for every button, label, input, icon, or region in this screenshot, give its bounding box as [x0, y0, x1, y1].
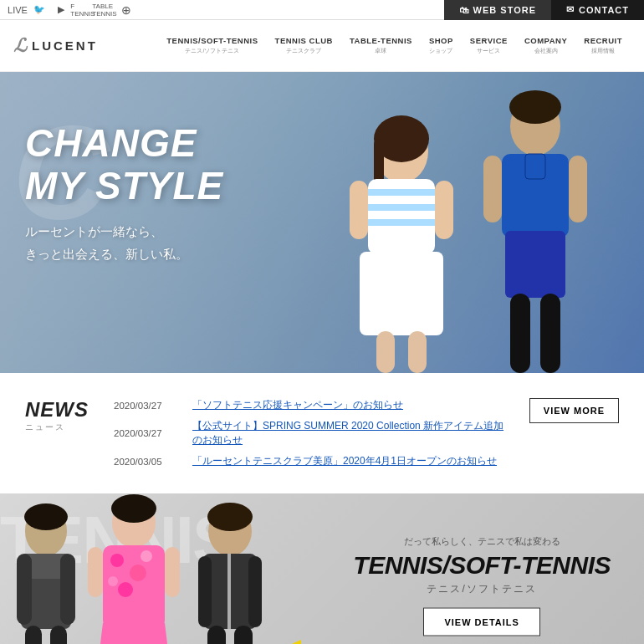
- svg-point-35: [141, 550, 152, 562]
- nav-item-main: COMPANY: [524, 36, 567, 45]
- news-section: NEWS ニュース 2020/03/27 「ソフトテニス応援キャンペーン」のお知…: [0, 373, 644, 493]
- news-date-3: 2020/03/05: [114, 457, 181, 467]
- svg-point-32: [110, 554, 124, 567]
- nav-item-sub: テニスクラブ: [286, 47, 321, 55]
- nav-item-sub: ショップ: [429, 47, 452, 55]
- svg-rect-28: [50, 626, 67, 644]
- svg-rect-10: [376, 331, 395, 373]
- hero-figure-man: [468, 89, 602, 373]
- tennis-viewdetails-button[interactable]: VIEW DETAILS: [423, 608, 539, 636]
- news-items: 2020/03/27 「ソフトテニス応援キャンペーン」のお知らせ 2020/03…: [114, 398, 504, 468]
- nav-item-sub: 卓球: [375, 47, 386, 55]
- svg-rect-8: [350, 181, 368, 239]
- hero-subtitle-line2: きっと出会える、新しい私。: [25, 243, 223, 265]
- news-item: 2020/03/05 「ルーセントテニスクラブ美原」2020年4月1日オープンの…: [114, 454, 504, 468]
- nav-item-sub: 会社案内: [534, 47, 558, 55]
- nav-item-company[interactable]: COMPANY 会社案内: [516, 36, 575, 55]
- nav-item-recruit[interactable]: RECRUIT 採用情報: [575, 36, 631, 55]
- nav-item-main: TABLE-TENNIS: [350, 36, 412, 45]
- news-viewmore: VIEW MORE: [529, 398, 619, 423]
- twitter-icon[interactable]: 🐦: [32, 3, 47, 18]
- svg-rect-44: [248, 556, 262, 627]
- news-label: NEWS ニュース: [25, 398, 89, 433]
- news-link-2[interactable]: 【公式サイト】SPRING SUMMER 2020 Collection 新作ア…: [192, 419, 504, 447]
- viewmore-button[interactable]: VIEW MORE: [529, 398, 619, 423]
- tennis-section: TENNIS: [0, 493, 644, 644]
- svg-rect-4: [368, 189, 435, 196]
- webstore-button[interactable]: 🛍 WEB STORE: [444, 0, 551, 20]
- svg-point-30: [111, 494, 156, 523]
- top-bar-right: 🛍 WEB STORE ✉ CONTACT: [444, 0, 644, 20]
- news-date-2: 2020/03/27: [114, 428, 181, 438]
- hero-subtitle-line1: ルーセントが一緒なら、: [25, 220, 223, 243]
- svg-rect-5: [368, 204, 435, 211]
- tennis-figure-1: [0, 502, 92, 644]
- nav-item-sub: テニス/ソフトテニス: [185, 47, 239, 55]
- svg-rect-43: [198, 556, 212, 627]
- contact-button[interactable]: ✉ CONTACT: [551, 0, 644, 20]
- hero-figure-woman: [326, 114, 477, 373]
- svg-marker-47: [217, 640, 301, 644]
- svg-rect-16: [505, 231, 565, 298]
- svg-rect-17: [483, 156, 502, 222]
- nav-item-main: RECRUIT: [584, 36, 622, 45]
- nav-item-main: TENNIS CLUB: [275, 36, 333, 45]
- nav-item-service[interactable]: SERVICE サービス: [462, 36, 516, 55]
- nav-item-tennis-club[interactable]: TENNIS CLUB テニスクラブ: [267, 36, 341, 55]
- hero-title-line1: CHANGE: [25, 122, 223, 165]
- svg-rect-6: [368, 219, 435, 226]
- live-icon[interactable]: LIVE: [10, 3, 25, 18]
- news-link-3[interactable]: 「ルーセントテニスクラブ美原」2020年4月1日オープンのお知らせ: [192, 454, 497, 468]
- svg-rect-25: [17, 554, 32, 625]
- hero-text: CHANGE MY STYLE ルーセントが一緒なら、 きっと出会える、新しい私…: [25, 122, 223, 265]
- tennis-title-main: TENNIS/SOFT-TENNIS: [353, 551, 611, 579]
- news-label-sub: ニュース: [25, 422, 89, 433]
- nav-items: TENNIS/SOFT-TENNIS テニス/ソフトテニス TENNIS CLU…: [122, 36, 631, 55]
- svg-rect-19: [510, 294, 530, 373]
- svg-rect-20: [540, 294, 560, 373]
- logo-name: LUCENT: [32, 38, 98, 53]
- nav-item-main: TENNIS/SOFT-TENNIS: [166, 36, 258, 45]
- svg-rect-42: [227, 554, 231, 629]
- svg-point-13: [509, 90, 561, 124]
- top-bar: LIVE 🐦 ▶ FTENNIS TABLETENNIS ⊕ 🛍 WEB STO…: [0, 0, 644, 20]
- logo[interactable]: ℒ LUCENT: [13, 35, 122, 57]
- tennis-content: だって私らしく、テニスで私は変わる TENNIS/SOFT-TENNIS テニス…: [353, 535, 611, 636]
- hero-subtitle: ルーセントが一緒なら、 きっと出会える、新しい私。: [25, 220, 223, 265]
- news-item: 2020/03/27 【公式サイト】SPRING SUMMER 2020 Col…: [114, 419, 504, 447]
- table-tennis-icon[interactable]: TABLETENNIS: [97, 3, 112, 18]
- contact-label: CONTACT: [579, 5, 629, 15]
- news-date-1: 2020/03/27: [114, 401, 181, 411]
- svg-rect-7: [360, 252, 443, 335]
- news-link-1[interactable]: 「ソフトテニス応援キャンペーン」のお知らせ: [192, 398, 403, 412]
- svg-rect-27: [25, 626, 42, 644]
- nav-bar: ℒ LUCENT TENNIS/SOFT-TENNIS テニス/ソフトテニス T…: [0, 20, 644, 72]
- nav-item-sub: 採用情報: [591, 47, 615, 55]
- f-tennis-icon[interactable]: FTENNIS: [75, 3, 90, 18]
- tennis-figure-2: [79, 493, 188, 644]
- nav-item-main: SHOP: [429, 36, 453, 45]
- svg-point-22: [24, 503, 68, 530]
- svg-point-34: [118, 582, 133, 597]
- bag-icon: 🛍: [459, 5, 469, 15]
- hero-title-line2: MY STYLE: [25, 165, 223, 207]
- svg-point-36: [108, 576, 118, 586]
- logo-symbol: ℒ: [13, 35, 27, 57]
- nav-item-tennis-soft[interactable]: TENNIS/SOFT-TENNIS テニス/ソフトテニス: [158, 36, 266, 55]
- tennis-tagline: だって私らしく、テニスで私は変わる: [353, 535, 611, 548]
- social-icons: LIVE 🐦 ▶ FTENNIS TABLETENNIS ⊕: [0, 3, 444, 18]
- tennis-figures: [0, 493, 280, 644]
- svg-rect-37: [88, 547, 103, 597]
- svg-point-33: [130, 565, 146, 581]
- youtube-icon[interactable]: ▶: [54, 3, 69, 18]
- mail-icon: ✉: [566, 4, 575, 15]
- nav-item-shop[interactable]: SHOP ショップ: [421, 36, 462, 55]
- tennis-figure-3: [180, 502, 280, 644]
- nav-item-sub: サービス: [477, 47, 500, 55]
- yellow-triangle: [217, 640, 301, 644]
- news-item: 2020/03/27 「ソフトテニス応援キャンペーン」のお知らせ: [114, 398, 504, 412]
- svg-point-40: [207, 503, 253, 531]
- extra-icon[interactable]: ⊕: [119, 3, 134, 18]
- nav-item-table-tennis[interactable]: TABLE-TENNIS 卓球: [341, 36, 421, 55]
- webstore-label: WEB STORE: [473, 5, 536, 15]
